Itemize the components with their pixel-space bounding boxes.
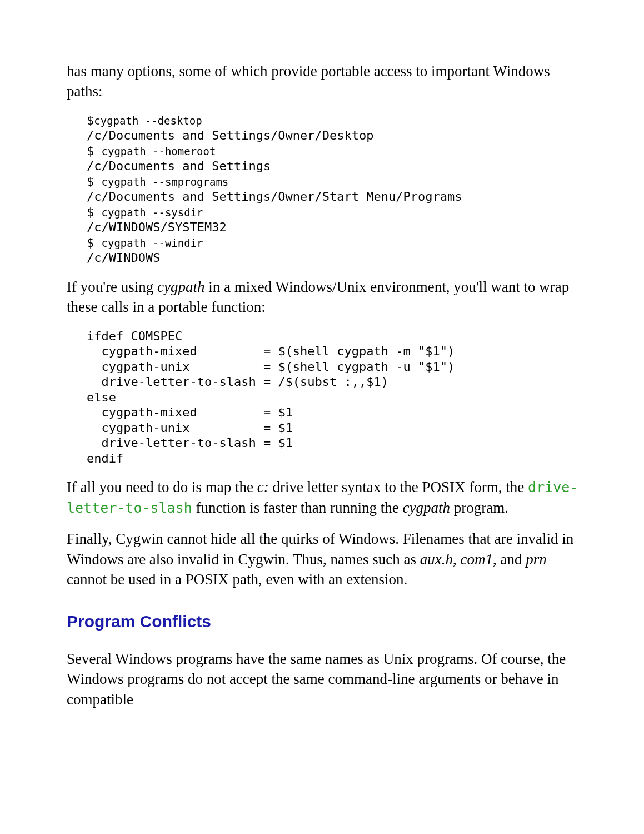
cygpath-example-block: $cygpath --desktop /c/Documents and Sett… (87, 113, 583, 266)
text: function is faster than running the (192, 499, 403, 516)
italic-com1: com1 (461, 551, 493, 568)
italic-cygpath: cygpath (157, 279, 204, 295)
text: has many options, some of which provide … (67, 63, 550, 100)
paragraph-program-conflicts: Several Windows programs have the same n… (67, 649, 583, 709)
text: If all you need to do is map the (67, 479, 257, 495)
italic-aux-h: aux.h (420, 551, 453, 568)
text: drive letter syntax to the POSIX form, t… (269, 479, 528, 495)
italic-prn: prn (526, 551, 547, 568)
paragraph-mixed-env: If you're using cygpath in a mixed Windo… (67, 277, 583, 317)
text: If you're using (67, 279, 157, 295)
makefile-code-block: ifdef COMSPEC cygpath-mixed = $(shell cy… (87, 329, 583, 466)
italic-cygpath-2: cygpath (402, 499, 450, 516)
text: , and (493, 551, 526, 568)
paragraph-drive-letter: If all you need to do is map the c: driv… (67, 477, 583, 518)
text: Several Windows programs have the same n… (67, 651, 566, 708)
paragraph-quirks: Finally, Cygwin cannot hide all the quir… (67, 529, 583, 589)
text: , (453, 551, 461, 568)
text: program. (450, 499, 508, 516)
text: cannot be used in a POSIX path, even wit… (67, 571, 407, 588)
italic-c-drive: c: (257, 479, 269, 495)
heading-program-conflicts: Program Conflicts (67, 610, 583, 633)
intro-paragraph: has many options, some of which provide … (67, 61, 583, 102)
